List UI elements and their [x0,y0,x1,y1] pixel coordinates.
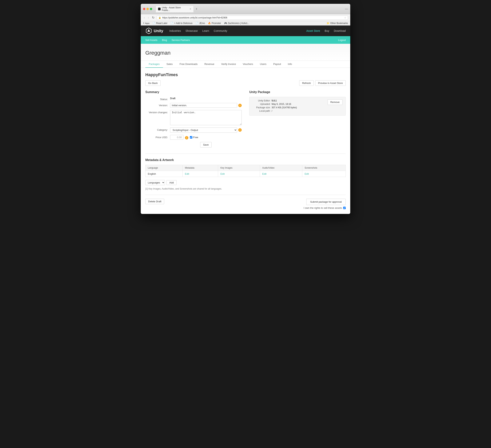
nav-industries[interactable]: Industries [169,29,181,32]
price-input[interactable] [170,135,183,140]
lock-icon: 🔒 [159,16,161,19]
bookmark-add-to-delicious[interactable]: 📄 + Add to Delicious [170,22,192,25]
price-row-inner: i Free [170,135,198,140]
tab-vouchers[interactable]: Vouchers [239,61,256,68]
rights-checkbox[interactable] [343,207,346,209]
nav-learn[interactable]: Learn [202,29,209,32]
nav-showcase[interactable]: Showcase [186,29,198,32]
col-audio-video: Audio/Video [260,165,302,171]
new-tab-button[interactable]: + [194,7,198,11]
page-content: Unity Industries Showcase Learn Communit… [141,26,350,214]
nav-download[interactable]: Download [334,29,346,32]
url-input[interactable]: 🔒 https://publisher.assetstore.unity3d.c… [157,16,348,20]
version-info-icon: i [238,104,242,107]
bookmark-promoter[interactable]: 🔥 Promoter [208,22,221,25]
sub-nav-sell-assets[interactable]: Sell Assets [145,39,158,41]
metadata-edit-link[interactable]: Edit [185,173,189,175]
nav-links: Industries Showcase Learn Community [169,29,306,32]
version-changes-row: Version changes: Initial version. [145,110,242,125]
delete-draft-button[interactable]: Delete Draft [145,199,164,204]
go-back-button[interactable]: Go Back [145,80,161,86]
save-button[interactable]: Save [200,142,212,147]
package-info: Unity Editor: 5.0.1 Uploaded: May 6, 201… [253,99,328,113]
metadata-edit-cell: Edit [182,171,218,177]
metadata-title: Metadata & Artwork [145,158,346,162]
tab-free-downloads[interactable]: Free Downloads [176,61,201,68]
screenshots-edit-link[interactable]: Edit [304,173,309,175]
url-text: https://publisher.assetstore.unity3d.com… [162,16,227,19]
tab-close-icon[interactable]: ✕ [189,8,191,10]
close-button[interactable] [143,8,145,10]
audio-video-edit-link[interactable]: Edit [262,173,266,175]
bookmark-apps[interactable]: ⠿ Apps [143,22,150,24]
version-changes-label: Version changes: [145,110,170,114]
bookmark-other[interactable]: 📁 Other Bookmarks [327,22,348,25]
col-metadata: Metadata [182,165,218,171]
unity-nav: Unity Industries Showcase Learn Communit… [141,26,350,36]
right-buttons: Refresh Preview in Asset Store [299,80,346,86]
free-checkbox[interactable] [190,136,192,138]
bookmark-zachtronics[interactable]: 🎮 Zachtronics | Kohct... [224,22,249,25]
maximize-button[interactable] [150,8,152,10]
uploaded-row: Uploaded: May 6, 2015, 18:16 [253,103,328,105]
tab-area: Unity - Asset Store Publis... ✕ + [156,5,343,13]
nav-buy[interactable]: Buy [325,29,329,32]
remove-button[interactable]: Remove [328,99,342,105]
bookmark-star-icon[interactable]: ☆ [344,16,346,19]
tab-payout[interactable]: Payout [270,61,284,68]
add-language-button[interactable]: Add [166,180,177,185]
size-label: Package size: [253,106,272,109]
nav-asset-store[interactable]: Asset Store [306,29,320,32]
package-title: HappyFunTimes [145,72,346,77]
price-info-icon: i [185,136,188,139]
forward-button[interactable]: › [147,16,150,20]
main-content: HappyFunTimes Go Back Refresh Preview in… [141,68,350,214]
languages-select[interactable]: Languages [145,180,165,185]
bookmark-read-later[interactable]: 📄 Read Later [152,22,167,25]
category-select[interactable]: Scripting/Input - Output [170,128,237,133]
version-changes-textarea[interactable]: Initial version. [170,110,242,125]
reload-button[interactable]: ↻ [151,15,155,20]
refresh-button[interactable]: Refresh [299,80,314,86]
tab-revenue[interactable]: Revenue [201,61,218,68]
action-bar: Go Back Refresh Preview in Asset Store [145,80,346,86]
nav-community[interactable]: Community [214,29,227,32]
sub-nav-blog[interactable]: Blog [162,39,167,41]
version-row: Version: i [145,103,242,108]
nav-right: Asset Store Buy Download [306,29,346,32]
path-row: Local path: / [253,110,328,112]
price-label: Price USD: [145,135,170,139]
window-minimize-button[interactable]: — [345,7,348,11]
bookmark-jemo[interactable]: 📄 JEmo [196,22,205,25]
submit-button[interactable]: Submit package for approval [306,199,346,205]
version-changes-control: Initial version. [170,110,242,125]
key-images-edit-link[interactable]: Edit [220,173,225,175]
sub-nav: Sell Assets Blog Service Partners Logout [141,36,350,44]
rights-text: I own the rights to sell these assets [304,207,342,209]
uploaded-value: May 6, 2015, 18:16 [272,103,291,105]
preview-button[interactable]: Preview in Asset Store [315,80,346,86]
tab-packages[interactable]: Packages [145,61,163,68]
rights-row: I own the rights to sell these assets [304,207,346,209]
unity-package-section: Unity Package Unity Editor: 5.0.1 Upload… [249,90,346,147]
active-tab[interactable]: Unity - Asset Store Publis... ✕ [156,5,194,13]
unity-package-box: Unity Editor: 5.0.1 Uploaded: May 6, 201… [249,97,346,116]
status-label: Status: [145,97,170,101]
tab-info[interactable]: Info [284,61,295,68]
free-checkbox-label: Free [190,136,198,139]
version-input[interactable] [170,103,237,108]
sub-nav-service-partners[interactable]: Service Partners [172,39,190,41]
back-button[interactable]: ‹ [143,16,145,20]
status-value: Draft [170,97,242,100]
tab-users[interactable]: Users [256,61,270,68]
tab-verify-invoice[interactable]: Verify Invoice [218,61,239,68]
sub-nav-links: Sell Assets Blog Service Partners [145,39,190,41]
minimize-button[interactable] [146,8,149,10]
publisher-name: Greggman [145,50,346,56]
metadata-section: Metadata & Artwork Language Metadata Key… [145,154,346,190]
address-bar: ‹ › ↻ 🔒 https://publisher.assetstore.uni… [141,14,350,21]
nav-logout[interactable]: Logout [338,39,346,41]
two-column-layout: Summary Status: Draft Version: i [145,90,346,147]
unity-logo-icon [145,27,152,34]
tab-sales[interactable]: Sales [163,61,176,68]
